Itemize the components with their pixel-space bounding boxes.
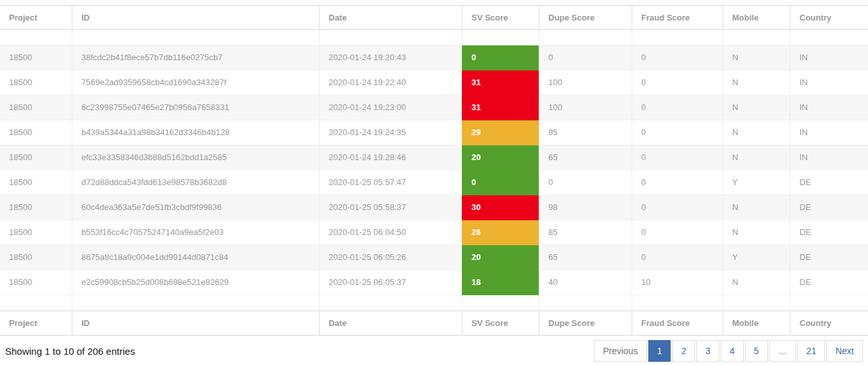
cell-id: d72d88ddca543fdd613e98578b3682d8 — [72, 170, 319, 195]
cell-dupe_score: 85 — [539, 220, 632, 245]
cell-fraud_score: 10 — [632, 270, 723, 295]
cell-mobile: N — [723, 145, 790, 170]
cell-id: e2c59908cb5b25d008b698e521e82629 — [72, 270, 319, 295]
spacer-cell — [790, 295, 868, 311]
spacer-cell — [72, 30, 319, 45]
cell-dupe_score: 65 — [539, 145, 632, 170]
page-button-2[interactable]: 2 — [672, 340, 695, 362]
column-header-fraud_score: Fraud Score — [632, 5, 723, 30]
sv-score-cell: 29 — [462, 120, 539, 145]
page-button-21[interactable]: 21 — [798, 340, 826, 362]
spacer-cell — [632, 295, 723, 311]
table-header-row: ProjectIDDateSV ScoreDupe ScoreFraud Sco… — [0, 5, 868, 30]
cell-fraud_score: 0 — [632, 195, 723, 220]
results-page: ProjectIDDateSV ScoreDupe ScoreFraud Sco… — [0, 0, 868, 362]
page-button-4[interactable]: 4 — [721, 340, 744, 362]
table-row: 185006c23998755e07465e27b0956a7658331202… — [0, 95, 868, 120]
page-button-5[interactable]: 5 — [745, 340, 768, 362]
cell-dupe_score: 100 — [539, 70, 632, 95]
spacer-cell — [723, 295, 790, 311]
spacer-row — [0, 295, 868, 311]
next-button[interactable]: Next — [826, 340, 863, 362]
column-header-country: Country — [790, 311, 868, 336]
cell-mobile: N — [723, 95, 790, 120]
cell-date: 2020-01-25 06:05:37 — [319, 270, 462, 295]
cell-fraud_score: 0 — [632, 70, 723, 95]
spacer-cell — [462, 295, 539, 311]
table-footer-header: ProjectIDDateSV ScoreDupe ScoreFraud Sco… — [0, 311, 868, 336]
cell-country: IN — [790, 95, 868, 120]
table-row: 18500efc33e3358346d3b88d5162bdd1a2585202… — [0, 145, 868, 170]
cell-mobile: N — [723, 70, 790, 95]
cell-date: 2020-01-24 19:24:35 — [319, 120, 462, 145]
table-header: ProjectIDDateSV ScoreDupe ScoreFraud Sco… — [0, 5, 868, 30]
table-row: 18500b439a5344a31a98b34162d3346b4b128202… — [0, 120, 868, 145]
column-header-country: Country — [790, 5, 868, 30]
previous-button[interactable]: Previous — [594, 340, 646, 362]
cell-mobile: N — [723, 270, 790, 295]
cell-project: 18500 — [0, 70, 72, 95]
sv-score-cell: 20 — [462, 145, 539, 170]
cell-project: 18500 — [0, 195, 72, 220]
spacer-cell — [0, 295, 72, 311]
cell-mobile: N — [723, 120, 790, 145]
column-header-fraud_score: Fraud Score — [632, 311, 723, 336]
column-header-id: ID — [72, 311, 319, 336]
page-ellipsis: … — [769, 340, 796, 362]
cell-date: 2020-01-25 06:04:50 — [319, 220, 462, 245]
spacer-cell — [723, 30, 790, 45]
column-header-sv_score: SV Score — [462, 5, 539, 30]
cell-id: efc33e3358346d3b88d5162bdd1a2585 — [72, 145, 319, 170]
column-header-sv_score: SV Score — [462, 311, 539, 336]
cell-dupe_score: 98 — [539, 195, 632, 220]
cell-date: 2020-01-25 06:05:26 — [319, 245, 462, 270]
cell-id: 38fcdc2b41f8ece57b7db116e0275cb7 — [72, 45, 319, 70]
sv-score-cell: 31 — [462, 70, 539, 95]
spacer-cell — [539, 295, 632, 311]
cell-fraud_score: 0 — [632, 45, 723, 70]
cell-mobile: Y — [723, 245, 790, 270]
cell-date: 2020-01-25 05:58:37 — [319, 195, 462, 220]
cell-id: b553f16cc4c70575247140a9ea5f2e03 — [72, 220, 319, 245]
table-footer-bar: Showing 1 to 10 of 206 entries Previous1… — [0, 340, 868, 362]
column-header-mobile: Mobile — [723, 311, 790, 336]
spacer-cell — [319, 30, 462, 45]
spacer-cell — [0, 30, 72, 45]
table-row: 18500e2c59908cb5b25d008b698e521e82629202… — [0, 270, 868, 295]
cell-mobile: N — [723, 45, 790, 70]
table-row: 18500b553f16cc4c70575247140a9ea5f2e03202… — [0, 220, 868, 245]
sv-score-cell: 30 — [462, 195, 539, 220]
table-body: 1850038fcdc2b41f8ece57b7db116e0275cb7202… — [0, 30, 868, 311]
cell-date: 2020-01-25 05:57:47 — [319, 170, 462, 195]
cell-id: 60c4dea363a5e7de51fb3cbdf9f99836 — [72, 195, 319, 220]
table-row: 185008675a8c18a9c004e1dd99144d0871c84202… — [0, 245, 868, 270]
cell-country: DE — [790, 245, 868, 270]
sv-score-cell: 0 — [462, 170, 539, 195]
column-header-dupe_score: Dupe Score — [539, 5, 632, 30]
sv-score-cell: 18 — [462, 270, 539, 295]
cell-date: 2020-01-24 19:22:40 — [319, 70, 462, 95]
cell-project: 18500 — [0, 45, 72, 70]
cell-country: DE — [790, 170, 868, 195]
cell-id: 8675a8c18a9c004e1dd99144d0871c84 — [72, 245, 319, 270]
cell-id: 6c23998755e07465e27b0956a7658331 — [72, 95, 319, 120]
cell-country: IN — [790, 145, 868, 170]
cell-project: 18500 — [0, 170, 72, 195]
cell-id: b439a5344a31a98b34162d3346b4b128 — [72, 120, 319, 145]
page-button-1[interactable]: 1 — [648, 340, 671, 362]
column-header-mobile: Mobile — [723, 5, 790, 30]
results-table: ProjectIDDateSV ScoreDupe ScoreFraud Sco… — [0, 5, 868, 336]
cell-date: 2020-01-24 19:23:00 — [319, 95, 462, 120]
page-button-3[interactable]: 3 — [696, 340, 719, 362]
cell-fraud_score: 0 — [632, 220, 723, 245]
cell-dupe_score: 95 — [539, 120, 632, 145]
column-header-project: Project — [0, 5, 72, 30]
cell-mobile: N — [723, 195, 790, 220]
cell-id: 7569e2ad9359658cb4cd1690a343287f — [72, 70, 319, 95]
cell-dupe_score: 100 — [539, 95, 632, 120]
cell-dupe_score: 0 — [539, 45, 632, 70]
column-header-dupe_score: Dupe Score — [539, 311, 632, 336]
spacer-cell — [790, 30, 868, 45]
cell-fraud_score: 0 — [632, 95, 723, 120]
cell-dupe_score: 0 — [539, 170, 632, 195]
